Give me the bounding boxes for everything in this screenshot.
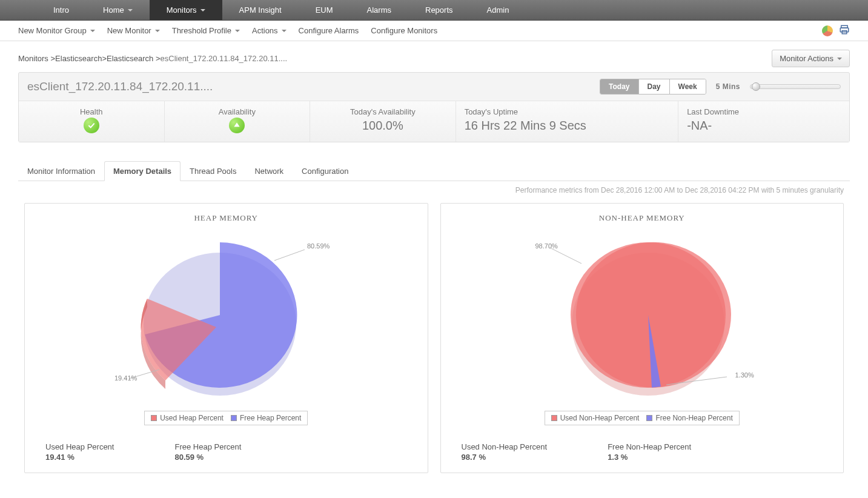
health-ok-icon — [84, 118, 99, 133]
seg-day[interactable]: Day — [638, 79, 669, 94]
detail-tabs: Monitor Information Memory Details Threa… — [18, 161, 850, 181]
nonheap-legend: Used Non-Heap Percent Free Non-Heap Perc… — [545, 411, 740, 425]
crumb-elasticsearch-2[interactable]: Elasticsearch — [107, 54, 153, 63]
btn-new-monitor[interactable]: New Monitor — [107, 26, 160, 35]
status-last-downtime: Last Downtime -NA- — [678, 101, 849, 142]
today-availability-value: 100.0% — [319, 119, 447, 133]
status-row: Health Availability Today's Availability… — [19, 101, 849, 142]
nav-monitors[interactable]: Monitors — [150, 0, 222, 20]
availability-up-icon — [229, 118, 245, 133]
nonheap-used-summary: Used Non-Heap Percent 98.7 % — [462, 442, 548, 462]
heap-used-label: 19.41% — [114, 374, 137, 382]
toolbar: New Monitor Group New Monitor Threshold … — [0, 21, 868, 41]
panel-nonheap-memory: NON-HEAP MEMORY 98.70% 1.30% Used Non-He… — [440, 203, 844, 473]
heap-used-summary: Used Heap Percent 19.41 % — [45, 442, 114, 462]
nav-apm-insight[interactable]: APM Insight — [222, 0, 299, 20]
btn-actions[interactable]: Actions — [252, 26, 287, 35]
seg-week[interactable]: Week — [669, 79, 706, 94]
svg-marker-3 — [234, 122, 240, 127]
interval-slider[interactable] — [750, 84, 841, 89]
swatch-icon — [646, 415, 652, 421]
monitor-actions-button[interactable]: Monitor Actions — [772, 50, 850, 67]
nav-intro[interactable]: Intro — [36, 0, 86, 20]
chevron-down-icon — [282, 30, 287, 32]
status-today-uptime: Today's Uptime 16 Hrs 22 Mins 9 Secs — [456, 101, 678, 142]
chevron-down-icon — [155, 30, 160, 32]
chevron-down-icon — [837, 58, 842, 60]
btn-configure-monitors[interactable]: Configure Monitors — [371, 26, 437, 35]
nav-home[interactable]: Home — [86, 0, 150, 20]
svg-rect-1 — [840, 28, 849, 32]
btn-threshold-profile[interactable]: Threshold Profile — [172, 26, 240, 35]
nonheap-pie-chart: 98.70% 1.30% — [452, 230, 833, 406]
btn-configure-alarms[interactable]: Configure Alarms — [299, 26, 359, 35]
chevron-down-icon — [128, 9, 133, 12]
panel-title: NON-HEAP MEMORY — [452, 213, 833, 223]
tab-thread-pools[interactable]: Thread Pools — [181, 161, 245, 181]
swatch-icon — [151, 415, 157, 421]
nav-admin[interactable]: Admin — [470, 0, 526, 20]
tab-monitor-information[interactable]: Monitor Information — [18, 161, 104, 181]
heap-pie-chart: 80.59% 19.41% — [36, 230, 417, 406]
crumb-monitors[interactable]: Monitors — [18, 54, 48, 63]
nonheap-free-summary: Free Non-Heap Percent 1.3 % — [608, 442, 691, 462]
chevron-down-icon — [90, 30, 95, 32]
crumb-current: esClient_172.20.11.84_172.20.11.... — [161, 54, 288, 63]
breadcrumb: Monitors >Elasticsearch>Elasticsearch >e… — [18, 54, 287, 63]
today-uptime-value: 16 Hrs 22 Mins 9 Secs — [465, 119, 669, 133]
tab-network[interactable]: Network — [245, 161, 293, 181]
interval-label: 5 Mins — [716, 82, 740, 91]
panel-title: HEAP MEMORY — [36, 213, 417, 223]
last-downtime-value: -NA- — [687, 119, 841, 133]
chart-icon[interactable] — [822, 25, 833, 36]
slider-knob[interactable] — [752, 82, 760, 91]
btn-new-monitor-group[interactable]: New Monitor Group — [18, 26, 95, 35]
heap-legend: Used Heap Percent Free Heap Percent — [144, 411, 308, 425]
seg-today[interactable]: Today — [600, 79, 638, 94]
time-range-segments: Today Day Week — [600, 79, 706, 95]
metrics-timerange-note: Performance metrics from Dec 28,2016 12:… — [0, 181, 868, 194]
nonheap-used-label: 98.70% — [535, 242, 558, 250]
status-health: Health — [19, 101, 164, 142]
svg-line-5 — [274, 250, 305, 261]
nav-eum[interactable]: EUM — [299, 0, 350, 20]
tab-configuration[interactable]: Configuration — [293, 161, 357, 181]
status-availability: Availability — [164, 101, 310, 142]
swatch-icon — [231, 415, 237, 421]
tab-memory-details[interactable]: Memory Details — [104, 161, 181, 181]
chevron-down-icon — [200, 9, 205, 12]
nav-reports[interactable]: Reports — [408, 0, 470, 20]
crumb-elasticsearch-1[interactable]: Elasticsearch — [55, 54, 102, 63]
heap-free-summary: Free Heap Percent 80.59 % — [174, 442, 241, 462]
nav-alarms[interactable]: Alarms — [350, 0, 408, 20]
panel-heap-memory: HEAP MEMORY 80.59% 19.41 — [24, 203, 428, 473]
print-icon[interactable] — [839, 24, 850, 37]
nonheap-free-label: 1.30% — [735, 371, 754, 379]
top-nav: Intro Home Monitors APM Insight EUM Alar… — [0, 0, 868, 21]
status-today-availability: Today's Availability 100.0% — [310, 101, 456, 142]
page-title: esClient_172.20.11.84_172.20.11.... — [27, 80, 590, 93]
swatch-icon — [551, 415, 557, 421]
heap-free-label: 80.59% — [307, 242, 330, 250]
svg-line-9 — [551, 248, 581, 264]
chevron-down-icon — [235, 30, 240, 32]
title-panel: esClient_172.20.11.84_172.20.11.... Toda… — [18, 72, 850, 142]
